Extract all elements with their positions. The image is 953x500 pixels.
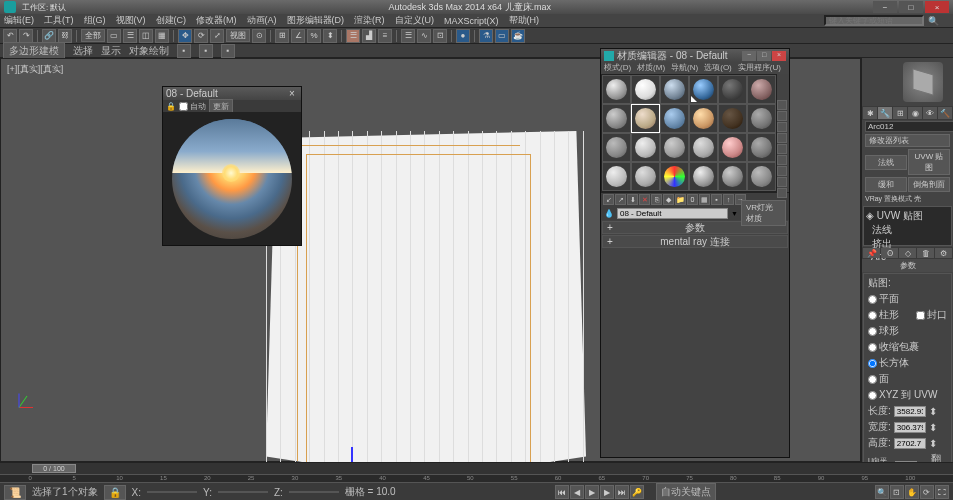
menu-customize[interactable]: 自定义(U) bbox=[395, 14, 435, 27]
plane-radio[interactable]: 平面 bbox=[868, 292, 899, 306]
uflip-checkbox[interactable]: 翻转 bbox=[920, 452, 947, 462]
xyz-radio[interactable]: XYZ 到 UVW bbox=[868, 388, 937, 402]
show-result-icon[interactable]: ʘ bbox=[881, 248, 898, 258]
menu-create[interactable]: 创建(C) bbox=[156, 14, 187, 27]
mat-min-button[interactable]: − bbox=[742, 51, 756, 61]
menu-maxscript[interactable]: MAXScript(X) bbox=[444, 16, 499, 26]
assign-mat-icon[interactable]: ⬇ bbox=[627, 194, 638, 205]
rollout-mentalray[interactable]: +mental ray 连接 bbox=[602, 235, 788, 248]
utilities-tab-icon[interactable]: 🔨 bbox=[938, 107, 952, 119]
render-button[interactable]: ☕ bbox=[511, 29, 525, 43]
material-slot-11[interactable] bbox=[747, 104, 776, 133]
material-slot-13[interactable] bbox=[631, 133, 660, 162]
configure-icon[interactable]: ⚙ bbox=[935, 248, 952, 258]
mat-id-icon[interactable]: 0 bbox=[687, 194, 698, 205]
menu-views[interactable]: 视图(V) bbox=[116, 14, 146, 27]
spinner-snap[interactable]: ⬍ bbox=[323, 29, 337, 43]
mod-bevel-btn[interactable]: 倒角剖面 bbox=[908, 177, 950, 192]
sphere-radio[interactable]: 球形 bbox=[868, 324, 899, 338]
redo-button[interactable]: ↷ bbox=[19, 29, 33, 43]
material-slot-10[interactable] bbox=[718, 104, 747, 133]
box-radio[interactable]: 长方体 bbox=[868, 356, 909, 370]
help-search[interactable] bbox=[824, 15, 924, 26]
selection-filter[interactable]: 全部 bbox=[81, 29, 105, 42]
prev-frame-icon[interactable]: ◀ bbox=[570, 485, 584, 499]
material-slot-15[interactable] bbox=[689, 133, 718, 162]
material-slot-0[interactable] bbox=[602, 75, 631, 104]
material-slot-12[interactable] bbox=[602, 133, 631, 162]
goto-start-icon[interactable]: ⏮ bbox=[555, 485, 569, 499]
material-slot-7[interactable] bbox=[631, 104, 660, 133]
material-slot-6[interactable] bbox=[602, 104, 631, 133]
hierarchy-tab-icon[interactable]: ⊞ bbox=[893, 107, 907, 119]
material-slot-2[interactable] bbox=[660, 75, 689, 104]
move-button[interactable]: ✥ bbox=[178, 29, 192, 43]
max-viewport-icon[interactable]: ⛶ bbox=[935, 485, 949, 499]
close-button[interactable]: × bbox=[925, 1, 949, 13]
preview-close-icon[interactable]: × bbox=[286, 88, 298, 99]
percent-snap[interactable]: % bbox=[307, 29, 321, 43]
material-slot-1[interactable] bbox=[631, 75, 660, 104]
select-object-button[interactable]: ▭ bbox=[107, 29, 121, 43]
make-copy-icon[interactable]: ⎘ bbox=[651, 194, 662, 205]
go-parent-icon[interactable]: ↑ bbox=[723, 194, 734, 205]
modifier-list-dropdown[interactable]: 修改器列表 bbox=[865, 134, 950, 147]
width-spinner[interactable] bbox=[894, 422, 926, 433]
lock-icon[interactable]: 🔒 bbox=[166, 102, 176, 111]
mat-menu-mode[interactable]: 模式(D) bbox=[604, 62, 631, 74]
material-type-button[interactable]: VR灯光材质 bbox=[741, 200, 786, 226]
ribbon-tool-3[interactable]: ▪ bbox=[221, 44, 235, 58]
menu-group[interactable]: 组(G) bbox=[84, 14, 106, 27]
ribbon-display[interactable]: 显示 bbox=[101, 44, 121, 58]
remove-mod-icon[interactable]: 🗑 bbox=[917, 248, 934, 258]
name-dropdown-icon[interactable]: ▼ bbox=[731, 210, 738, 217]
undo-button[interactable]: ↶ bbox=[3, 29, 17, 43]
object-name-input[interactable] bbox=[865, 121, 953, 132]
time-ruler[interactable]: 0510152025303540455055606570758085909510… bbox=[0, 475, 953, 483]
window-crossing-button[interactable]: ▦ bbox=[155, 29, 169, 43]
pin-stack-icon[interactable]: 📌 bbox=[863, 248, 880, 258]
mod-normals-btn[interactable]: 法线 bbox=[865, 155, 907, 170]
scale-button[interactable]: ⤢ bbox=[210, 29, 224, 43]
modifier-stack[interactable]: ◈ UVW 贴图 法线 挤出 Arc bbox=[863, 206, 952, 246]
mat-menu-util[interactable]: 实用程序(U) bbox=[738, 62, 781, 74]
make-unique-icon[interactable]: ◆ bbox=[663, 194, 674, 205]
next-frame-icon[interactable]: ▶ bbox=[600, 485, 614, 499]
curve-editor-button[interactable]: ∿ bbox=[417, 29, 431, 43]
face-radio[interactable]: 面 bbox=[868, 372, 889, 386]
search-icon[interactable]: 🔍 bbox=[928, 16, 939, 26]
mod-relax-btn[interactable]: 缓和 bbox=[865, 177, 907, 192]
make-unique-stack-icon[interactable]: ◇ bbox=[899, 248, 916, 258]
mat-menu-options[interactable]: 选项(O) bbox=[704, 62, 732, 74]
material-slot-18[interactable] bbox=[602, 162, 631, 191]
options-icon[interactable] bbox=[777, 166, 787, 176]
material-slot-21[interactable] bbox=[689, 162, 718, 191]
put-mat-icon[interactable]: ↗ bbox=[615, 194, 626, 205]
named-selection[interactable]: ☰ bbox=[346, 29, 360, 43]
ribbon-modeling[interactable]: 多边形建模 bbox=[3, 42, 65, 60]
material-slot-19[interactable] bbox=[631, 162, 660, 191]
shrink-radio[interactable]: 收缩包裹 bbox=[868, 340, 919, 354]
height-spinner[interactable] bbox=[894, 438, 926, 449]
display-tab-icon[interactable]: 👁 bbox=[923, 107, 937, 119]
material-slot-14[interactable] bbox=[660, 133, 689, 162]
orbit-icon[interactable]: ⟳ bbox=[920, 485, 934, 499]
spinner-icon[interactable]: ⬍ bbox=[929, 438, 937, 449]
mirror-button[interactable]: ▟ bbox=[362, 29, 376, 43]
material-slot-9[interactable] bbox=[689, 104, 718, 133]
pan-icon[interactable]: ✋ bbox=[905, 485, 919, 499]
mat-max-button[interactable]: □ bbox=[757, 51, 771, 61]
pivot-button[interactable]: ⊙ bbox=[252, 29, 266, 43]
layer-button[interactable]: ☰ bbox=[401, 29, 415, 43]
get-mat-icon[interactable]: ↙ bbox=[603, 194, 614, 205]
rotate-button[interactable]: ⟳ bbox=[194, 29, 208, 43]
y-coord-input[interactable] bbox=[218, 491, 268, 493]
mat-menu-material[interactable]: 材质(M) bbox=[637, 62, 665, 74]
mat-menu-nav[interactable]: 导航(N) bbox=[671, 62, 698, 74]
angle-snap[interactable]: ∠ bbox=[291, 29, 305, 43]
schematic-button[interactable]: ⊡ bbox=[433, 29, 447, 43]
mat-title-bar[interactable]: 材质编辑器 - 08 - Default − □ × bbox=[601, 49, 789, 62]
material-name-input[interactable] bbox=[617, 208, 728, 219]
backlight-icon[interactable] bbox=[777, 111, 787, 121]
material-slot-22[interactable] bbox=[718, 162, 747, 191]
